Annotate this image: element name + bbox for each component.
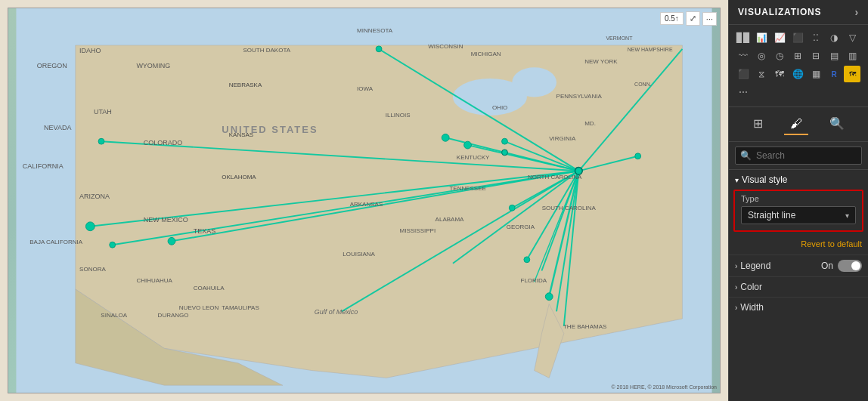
visual-style-section[interactable]: ▾ Visual style	[729, 170, 868, 190]
svg-point-30	[635, 153, 641, 159]
search-input[interactable]	[756, 150, 857, 161]
python-icon[interactable]: 🗺	[844, 66, 860, 82]
map-background: OREGON IDAHO WYOMING NEVADA UTAH COLORAD…	[8, 8, 720, 393]
type-dropdown[interactable]: Straight line ▾	[741, 206, 856, 224]
column-chart-icon[interactable]: 📊	[753, 29, 770, 46]
visualization-icon-grid: ▊▉ 📊 📈 ⬛ ⁚⁚ ◑ ▽ 〰 ◎ ◷ ⊞ ⊟ ▤ ▥ ⬛ ⧖ 🗺 🌐 ▦ …	[729, 25, 868, 107]
legend-toggle-container: On	[821, 260, 862, 272]
type-section: Type Straight line ▾	[733, 190, 863, 232]
svg-point-27	[442, 134, 449, 141]
width-row[interactable]: › Width	[729, 297, 868, 317]
toggle-knob	[851, 261, 860, 270]
globe-icon[interactable]: 🌐	[789, 66, 806, 82]
r-script-icon[interactable]: R	[826, 66, 842, 82]
more-options-button[interactable]: ···	[702, 12, 717, 26]
svg-point-32	[524, 257, 530, 263]
svg-point-28	[464, 141, 472, 149]
pie-chart-icon[interactable]: ◑	[826, 29, 842, 46]
color-label-container: › Color	[735, 282, 762, 292]
legend-label: Legend	[740, 261, 770, 271]
color-label: Color	[740, 282, 762, 292]
svg-point-31	[545, 293, 553, 301]
svg-point-26	[376, 46, 382, 52]
map-area: OREGON IDAHO WYOMING NEVADA UTAH COLORAD…	[0, 0, 728, 401]
map-toolbar: 0.5↑ ⤢ ···	[660, 11, 717, 26]
format-tab[interactable]: 🖌	[784, 114, 808, 135]
svg-point-25	[168, 237, 175, 245]
custom1-icon[interactable]: ⋯	[735, 84, 752, 100]
area-chart-icon[interactable]: ⬛	[789, 29, 806, 46]
color-chevron-icon: ›	[735, 283, 737, 291]
line-area-icon[interactable]: 〰	[735, 48, 752, 64]
svg-point-23	[98, 138, 104, 144]
visual-style-label: Visual style	[742, 174, 787, 185]
kpi-icon[interactable]: ▥	[844, 48, 860, 64]
zoom-level[interactable]: 0.5↑	[660, 12, 684, 25]
visualizations-panel: VISUALIZATIONS › ▊▉ 📊 📈 ⬛ ⁚⁚ ◑ ▽ 〰 ◎ ◷ ⊞…	[728, 0, 868, 401]
panel-header: VISUALIZATIONS ›	[729, 0, 868, 25]
legend-row[interactable]: › Legend On	[729, 254, 868, 276]
dropdown-arrow-icon: ▾	[845, 211, 849, 220]
search-box: 🔍	[735, 147, 862, 165]
icon-row-2: 〰 ◎ ◷ ⊞ ⊟ ▤ ▥	[735, 48, 862, 64]
color-row[interactable]: › Color	[729, 276, 868, 297]
bar-chart-icon[interactable]: ▊▉	[735, 29, 752, 46]
map-container: OREGON IDAHO WYOMING NEVADA UTAH COLORAD…	[8, 8, 721, 393]
svg-point-35	[502, 150, 508, 156]
legend-chevron-icon: ›	[735, 262, 737, 270]
width-chevron-icon: ›	[735, 304, 737, 312]
width-label-container: › Width	[735, 302, 764, 313]
expand-button[interactable]: ⤢	[686, 11, 700, 26]
svg-point-22	[85, 222, 95, 231]
search-container: 🔍	[729, 142, 868, 170]
treemap-icon[interactable]: ▦	[808, 66, 824, 82]
scatter-chart-icon[interactable]: ⁚⁚	[808, 29, 824, 46]
width-label: Width	[740, 302, 764, 313]
revert-to-default-link[interactable]: Revert to default	[729, 236, 868, 254]
icon-row-3: ⬛ ⧖ 🗺 🌐 ▦ R 🗺	[735, 66, 862, 82]
icon-row-4: ⋯	[735, 84, 862, 100]
type-dropdown-value: Straight line	[748, 210, 795, 221]
legend-on-label: On	[821, 261, 833, 271]
gauge-icon[interactable]: ◷	[771, 48, 788, 64]
map-copyright: © 2018 HERE, © 2018 Microsoft Corporatio…	[612, 384, 718, 390]
legend-toggle[interactable]	[838, 260, 862, 272]
filled-map-icon[interactable]: 🗺	[771, 66, 788, 82]
svg-point-2	[512, 67, 556, 97]
svg-point-34	[575, 167, 582, 174]
visual-style-chevron: ▾	[735, 176, 739, 184]
fields-tab[interactable]: ⊞	[747, 113, 769, 135]
line-chart-icon[interactable]: 📈	[771, 29, 788, 46]
sub-toolbar: ⊞ 🖌 🔍	[729, 107, 868, 142]
card-icon[interactable]: ▤	[826, 48, 842, 64]
panel-title: VISUALIZATIONS	[738, 7, 821, 17]
funnel-icon[interactable]: ▽	[844, 29, 860, 46]
table-icon[interactable]: ⊞	[789, 48, 806, 64]
svg-point-29	[502, 138, 508, 144]
svg-point-24	[110, 242, 116, 248]
matrix-icon[interactable]: ⊟	[808, 48, 824, 64]
map-svg	[8, 8, 720, 393]
svg-point-33	[509, 205, 515, 211]
legend-label-container: › Legend	[735, 261, 770, 271]
panel-collapse-button[interactable]: ›	[855, 6, 859, 18]
type-label: Type	[741, 194, 856, 203]
analytics-tab[interactable]: 🔍	[823, 113, 851, 135]
ribbon-icon[interactable]: ⧖	[753, 66, 770, 82]
icon-row-1: ▊▉ 📊 📈 ⬛ ⁚⁚ ◑ ▽	[735, 29, 862, 46]
donut-icon[interactable]: ◎	[753, 48, 770, 64]
waterfall-icon[interactable]: ⬛	[735, 66, 752, 82]
search-icon: 🔍	[740, 150, 752, 161]
